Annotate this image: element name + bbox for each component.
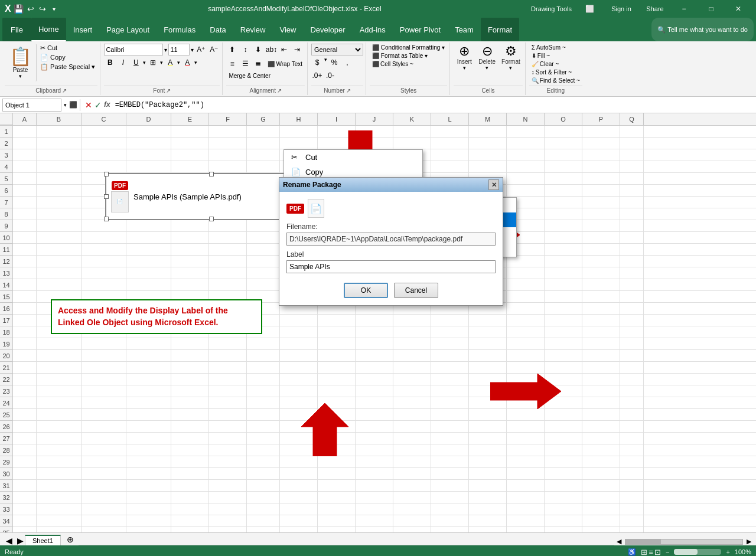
cell-b19[interactable] <box>37 338 82 349</box>
cell-b1[interactable] <box>37 126 82 137</box>
share-button[interactable]: Share <box>640 0 670 18</box>
cell-a34[interactable] <box>13 515 37 526</box>
cell-l4[interactable] <box>431 161 469 172</box>
cell-o28[interactable] <box>545 444 582 456</box>
row-header-20[interactable]: 20 <box>0 350 12 362</box>
cell-n14[interactable] <box>507 279 545 290</box>
cell-c3[interactable] <box>82 149 126 161</box>
cell-c29[interactable] <box>82 456 126 467</box>
cell-o34[interactable] <box>545 515 582 526</box>
cell-d23[interactable] <box>126 385 171 397</box>
cell-d14[interactable] <box>126 279 171 290</box>
menu-item-review[interactable]: Review <box>233 18 273 41</box>
cell-k32[interactable] <box>393 492 431 503</box>
cell-q19[interactable] <box>620 338 644 349</box>
cell-b20[interactable] <box>37 350 82 361</box>
font-size-dropdown-icon[interactable]: ▾ <box>191 47 194 53</box>
cell-g10[interactable] <box>247 232 280 243</box>
cell-q4[interactable] <box>620 161 644 172</box>
cell-q1[interactable] <box>620 126 644 137</box>
cell-o30[interactable] <box>545 468 582 479</box>
cell-o24[interactable] <box>545 397 582 408</box>
border-button[interactable]: ⊞ <box>147 57 159 68</box>
row-header-27[interactable]: 27 <box>0 433 12 444</box>
indent-decrease-button[interactable]: ⇤ <box>278 44 290 55</box>
col-header-h[interactable]: H <box>280 113 318 125</box>
cell-p7[interactable] <box>582 197 620 208</box>
cell-b9[interactable] <box>37 220 82 231</box>
cell-f34[interactable] <box>209 515 247 526</box>
cell-a23[interactable] <box>13 385 37 397</box>
cell-e3[interactable] <box>171 149 209 161</box>
h-scrollbar-thumb[interactable] <box>625 539 661 544</box>
cell-f23[interactable] <box>209 385 247 397</box>
cell-o8[interactable] <box>545 208 582 220</box>
col-header-e[interactable]: E <box>171 113 209 125</box>
cell-n16[interactable] <box>507 303 545 314</box>
cell-i24[interactable] <box>318 397 356 408</box>
cell-m19[interactable] <box>469 338 507 349</box>
cell-l23[interactable] <box>431 385 469 397</box>
col-header-c[interactable]: C <box>82 113 126 125</box>
cell-o29[interactable] <box>545 456 582 467</box>
cell-k30[interactable] <box>393 468 431 479</box>
cell-l19[interactable] <box>431 338 469 349</box>
cell-c31[interactable] <box>82 480 126 491</box>
paste-button[interactable]: 📋 Paste ▾ <box>5 44 37 81</box>
clipboard-expand-icon[interactable]: ↗ <box>62 87 67 94</box>
col-header-a[interactable]: A <box>13 113 37 125</box>
cell-a18[interactable] <box>13 326 37 338</box>
cell-e19[interactable] <box>171 338 209 349</box>
cell-d30[interactable] <box>126 468 171 479</box>
cell-a13[interactable] <box>13 267 37 279</box>
cell-n35[interactable] <box>507 527 545 532</box>
cell-k27[interactable] <box>393 433 431 444</box>
cell-a12[interactable] <box>13 256 37 267</box>
cell-h28[interactable] <box>280 444 318 456</box>
cell-f25[interactable] <box>209 409 247 420</box>
cell-b22[interactable] <box>37 374 82 385</box>
add-sheet-button[interactable]: ⊕ <box>62 534 79 545</box>
cell-o21[interactable] <box>545 362 582 373</box>
cell-g32[interactable] <box>247 492 280 503</box>
cell-a1[interactable] <box>13 126 37 137</box>
cell-f21[interactable] <box>209 362 247 373</box>
cell-g30[interactable] <box>247 468 280 479</box>
cell-j32[interactable] <box>356 492 393 503</box>
cell-f31[interactable] <box>209 480 247 491</box>
cell-p12[interactable] <box>582 256 620 267</box>
cell-q27[interactable] <box>620 433 644 444</box>
cell-h18[interactable] <box>280 326 318 338</box>
cell-l20[interactable] <box>431 350 469 361</box>
dialog-filename-input[interactable] <box>286 233 496 246</box>
cell-l35[interactable] <box>431 527 469 532</box>
font-name-input[interactable] <box>104 44 163 55</box>
cell-i32[interactable] <box>318 492 356 503</box>
name-box[interactable] <box>2 99 61 112</box>
cell-f35[interactable] <box>209 527 247 532</box>
row-header-8[interactable]: 8 <box>0 208 12 220</box>
cell-n34[interactable] <box>507 515 545 526</box>
cell-q11[interactable] <box>620 244 644 255</box>
cell-q10[interactable] <box>620 232 644 243</box>
cell-o27[interactable] <box>545 433 582 444</box>
cell-q14[interactable] <box>620 279 644 290</box>
cell-k23[interactable] <box>393 385 431 397</box>
cell-p8[interactable] <box>582 208 620 220</box>
cell-g9[interactable] <box>247 220 280 231</box>
cell-a27[interactable] <box>13 433 37 444</box>
row-header-28[interactable]: 28 <box>0 444 12 456</box>
row-header-34[interactable]: 34 <box>0 515 12 527</box>
cell-g24[interactable] <box>247 397 280 408</box>
cell-o20[interactable] <box>545 350 582 361</box>
cell-l33[interactable] <box>431 503 469 515</box>
cell-o26[interactable] <box>545 421 582 432</box>
menu-item-view[interactable]: View <box>272 18 303 41</box>
cell-o6[interactable] <box>545 185 582 196</box>
cell-k17[interactable] <box>393 315 431 326</box>
cell-m1[interactable] <box>469 126 507 137</box>
font-size-input[interactable] <box>168 44 190 55</box>
cell-d21[interactable] <box>126 362 171 373</box>
cell-g3[interactable] <box>247 149 280 161</box>
cell-b33[interactable] <box>37 503 82 515</box>
